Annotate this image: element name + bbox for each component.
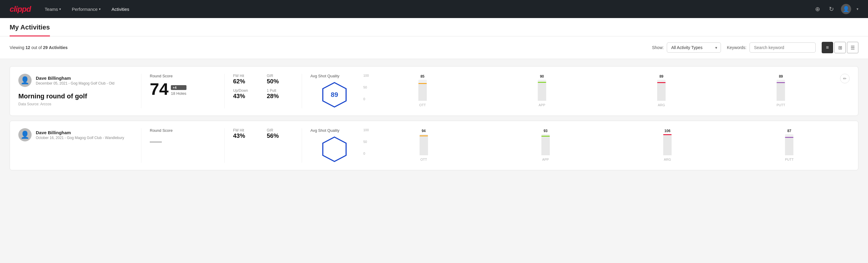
round-score-label: Round Score xyxy=(150,74,216,78)
user-info: Dave Billingham December 05, 2021 - Gog … xyxy=(36,76,114,85)
fwhit-label-2: FW Hit xyxy=(233,128,259,133)
card-divider-2 xyxy=(224,74,225,108)
bar-axis-label: PUTT xyxy=(777,103,785,107)
viewing-total: 29 xyxy=(43,45,48,50)
bar-marker xyxy=(418,83,427,84)
shot-quality-section: Avg Shot Quality 89 xyxy=(310,74,359,108)
bar-fill xyxy=(657,82,665,101)
avatar-chevron-icon[interactable]: ▾ xyxy=(857,7,858,11)
show-label: Show: xyxy=(652,45,664,50)
avatar-icon: 👤 xyxy=(843,6,849,12)
activity-type-select-wrapper[interactable]: All Activity Types xyxy=(667,42,721,53)
bar-marker xyxy=(785,137,794,138)
app-logo[interactable]: clippd xyxy=(10,4,31,14)
bar-axis-label: APP xyxy=(539,103,545,107)
bar-fill xyxy=(538,82,546,101)
nav-item-activities[interactable]: Activities xyxy=(107,4,133,14)
round-score-label-2: Round Score xyxy=(150,128,216,133)
card-left-2: 👤 Dave Billingham October 16, 2021 - Gog… xyxy=(18,128,133,144)
add-icon[interactable]: ⊕ xyxy=(813,5,822,13)
shot-quality-section-2: Avg Shot Quality xyxy=(310,128,359,163)
viewing-count-text: Viewing 12 out of 29 Activities xyxy=(10,45,646,50)
stat-updown: Up/Down 43% xyxy=(233,88,259,99)
chart-y-labels-2: 100 50 0 xyxy=(363,128,369,155)
oneputt-label: 1 Putt xyxy=(267,88,293,93)
filter-bar: Viewing 12 out of 29 Activities Show: Al… xyxy=(0,36,868,59)
page-header: My Activities xyxy=(0,18,868,36)
bar-group: 106ARG xyxy=(610,129,725,161)
gir-value-2: 56% xyxy=(267,133,293,139)
score-holes: 18 Holes xyxy=(171,91,186,96)
bar-group: 93APP xyxy=(488,129,603,161)
avatar-placeholder-icon: 👤 xyxy=(21,76,29,85)
nav-links: Teams ▾ Performance ▾ Activities xyxy=(40,4,804,14)
view-toggle-detail[interactable]: ☰ xyxy=(847,42,858,53)
avg-shot-quality-label: Avg Shot Quality xyxy=(310,74,340,78)
score-section: Round Score 74 +4 18 Holes xyxy=(150,74,216,97)
bar-track xyxy=(420,134,428,155)
bar-track xyxy=(663,134,672,155)
search-input[interactable] xyxy=(749,42,816,53)
bar-marker xyxy=(541,136,550,137)
refresh-icon[interactable]: ↻ xyxy=(827,5,836,13)
bar-axis-label: ARG xyxy=(664,158,671,161)
view-toggle-grid[interactable]: ⊞ xyxy=(834,42,846,53)
activity-type-select[interactable]: All Activity Types xyxy=(667,42,721,53)
user-date: December 05, 2021 - Gog Magog Golf Club … xyxy=(36,81,114,85)
user-row: 👤 Dave Billingham December 05, 2021 - Go… xyxy=(18,74,133,87)
activity-title: Morning round of golf xyxy=(18,92,133,100)
bar-value-label: 89 xyxy=(779,74,783,79)
user-info-2: Dave Billingham October 16, 2021 - Gog M… xyxy=(36,130,124,140)
gir-label-2: GIR xyxy=(267,128,293,133)
stat-gir: GIR 50% xyxy=(267,74,293,85)
card-inner-2: 👤 Dave Billingham October 16, 2021 - Gog… xyxy=(18,128,850,163)
score-main-2: — xyxy=(150,135,216,147)
view-toggle-compact[interactable]: ≡ xyxy=(822,42,833,53)
stat-gir-2: GIR 56% xyxy=(267,128,293,139)
user-avatar-menu[interactable]: 👤 xyxy=(841,4,851,14)
user-name: Dave Billingham xyxy=(36,76,114,81)
edit-button[interactable]: ✏ xyxy=(840,74,850,83)
bar-marker xyxy=(420,136,428,136)
main-content: 👤 Dave Billingham December 05, 2021 - Go… xyxy=(0,59,868,178)
chart-y-labels: 100 50 0 xyxy=(363,74,369,101)
bar-value-label: 90 xyxy=(540,74,544,79)
card-divider-6 xyxy=(302,128,302,163)
bar-fill xyxy=(777,82,785,101)
bar-marker xyxy=(663,134,672,135)
show-filter-group: Show: All Activity Types xyxy=(652,42,721,53)
score-main: 74 +4 18 Holes xyxy=(150,81,216,97)
bar-group: 87PUTT xyxy=(732,129,847,161)
activity-card: 👤 Dave Billingham December 05, 2021 - Go… xyxy=(10,66,858,116)
card-inner: 👤 Dave Billingham December 05, 2021 - Go… xyxy=(18,74,840,108)
chart-bars-2: 100 50 0 94OTT93APP106ARG87PUTT xyxy=(363,128,850,161)
chart-bars: 100 50 0 85OTT90APP89ARG89PUTT xyxy=(363,74,840,107)
bar-group: 89ARG xyxy=(606,74,718,107)
score-badge: +4 xyxy=(171,85,186,90)
card-left: 👤 Dave Billingham December 05, 2021 - Go… xyxy=(18,74,133,106)
bar-track xyxy=(657,80,665,101)
stat-oneputt: 1 Putt 28% xyxy=(267,88,293,99)
bar-value-label: 93 xyxy=(544,129,548,133)
bar-fill xyxy=(541,136,550,155)
card-divider-3 xyxy=(302,74,302,108)
nav-item-performance[interactable]: Performance ▾ xyxy=(68,4,105,14)
bar-value-label: 87 xyxy=(787,129,791,133)
gir-value: 50% xyxy=(267,78,293,85)
keywords-label: Keywords: xyxy=(727,45,746,50)
oneputt-value: 28% xyxy=(267,93,293,99)
bar-axis-label: PUTT xyxy=(785,158,794,161)
bar-value-label: 106 xyxy=(664,129,671,133)
bar-track xyxy=(541,134,550,155)
bar-fill xyxy=(663,134,672,155)
bar-value-label: 94 xyxy=(422,129,426,133)
stat-fwhit-2: FW Hit 43% xyxy=(233,128,259,139)
data-source: Data Source: Arccos xyxy=(18,102,133,106)
card-divider xyxy=(141,74,142,108)
score-section-2: Round Score — xyxy=(150,128,216,147)
stat-fwhit: FW Hit 62% xyxy=(233,74,259,85)
nav-item-teams[interactable]: Teams ▾ xyxy=(40,4,65,14)
card-divider-5 xyxy=(224,128,225,163)
bar-value-label: 85 xyxy=(421,74,424,79)
navbar-right: ⊕ ↻ 👤 ▾ xyxy=(813,4,858,14)
